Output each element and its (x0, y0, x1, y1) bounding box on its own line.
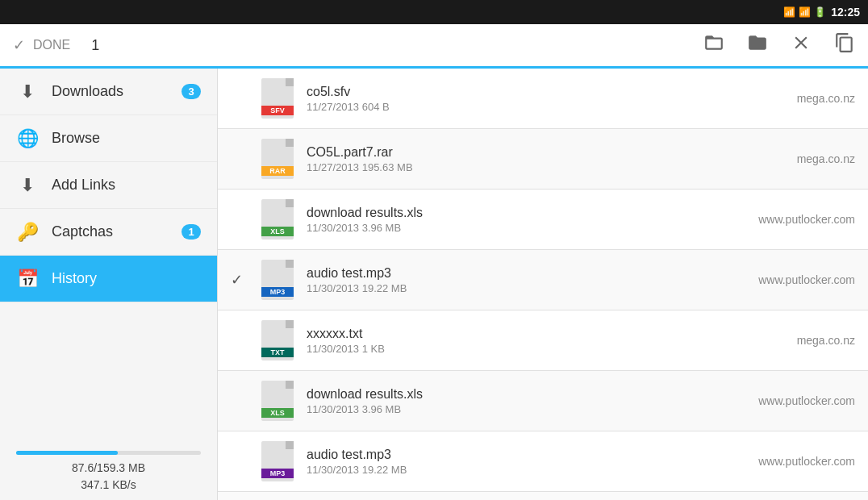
file-icon-wrap: MP3 (260, 440, 295, 482)
done-check-icon: ✓ (13, 36, 25, 54)
stats-line2: 347.1 KB/s (16, 477, 201, 494)
toolbar-count: 1 (91, 37, 99, 54)
file-row[interactable]: ✓MP3audio test.mp311/30/2013 19.22 MBwww… (218, 250, 868, 310)
file-meta: 11/30/2013 3.96 MB (307, 222, 750, 234)
file-info: download results.xls11/30/2013 3.96 MB (307, 206, 750, 234)
file-type-icon: XLS (261, 199, 294, 240)
file-meta: 11/27/2013 195.63 MB (307, 161, 789, 173)
file-meta: 11/30/2013 1 KB (307, 343, 789, 355)
file-info: CO5L.part7.rar11/27/2013 195.63 MB (307, 145, 789, 173)
wifi-icon: 📶 (783, 6, 795, 18)
sidebar-label-history: History (52, 270, 201, 287)
sidebar-label-downloads: Downloads (52, 83, 182, 100)
file-type-icon: RAR (261, 139, 294, 179)
progress-bar-wrap (16, 451, 201, 455)
file-check-icon: ✓ (231, 271, 253, 289)
toolbar-right (703, 32, 855, 58)
file-row[interactable]: TXTxxxxxx.txt11/30/2013 1 KBmega.co.nz (218, 310, 868, 371)
file-icon-wrap: RAR (260, 138, 295, 180)
file-name: CO5L.part7.rar (307, 145, 789, 160)
file-source: www.putlocker.com (758, 394, 855, 407)
file-source: www.putlocker.com (758, 273, 855, 286)
file-meta: 11/30/2013 19.22 MB (307, 464, 750, 476)
history-icon: 📅 (16, 269, 39, 290)
sidebar-item-browse[interactable]: 🌐 Browse (0, 115, 217, 162)
toolbar-left: ✓ DONE 1 (13, 36, 703, 54)
sidebar: ⬇ Downloads 3 🌐 Browse ⬇ Add Links 🔑 Cap… (0, 69, 218, 500)
file-icon-wrap: XLS (260, 380, 295, 422)
status-time: 12:25 (831, 6, 860, 19)
sidebar-item-downloads[interactable]: ⬇ Downloads 3 (0, 69, 217, 115)
stats-line1: 87.6/159.3 MB (16, 460, 201, 477)
file-row[interactable]: SFVco5l.sfv11/27/2013 604 Bmega.co.nz (218, 69, 868, 129)
file-icon-wrap: TXT (260, 319, 295, 361)
sidebar-label-browse: Browse (52, 130, 201, 147)
file-name: co5l.sfv (307, 85, 789, 99)
add-links-icon: ⬇ (16, 175, 39, 196)
captchas-badge: 1 (182, 224, 201, 240)
file-info: download results.xls11/30/2013 3.96 MB (307, 387, 750, 415)
file-type-icon: XLS (261, 381, 294, 421)
main-layout: ⬇ Downloads 3 🌐 Browse ⬇ Add Links 🔑 Cap… (0, 69, 868, 500)
captchas-icon: 🔑 (16, 222, 39, 243)
file-source: mega.co.nz (797, 334, 855, 347)
close-icon[interactable] (791, 32, 812, 58)
sidebar-label-captchas: Captchas (52, 223, 182, 240)
file-meta: 11/27/2013 604 B (307, 101, 789, 113)
file-meta: 11/30/2013 19.22 MB (307, 282, 750, 294)
file-source: mega.co.nz (797, 152, 855, 165)
file-name: download results.xls (307, 387, 750, 402)
file-name: audio test.mp3 (307, 448, 750, 462)
file-info: audio test.mp311/30/2013 19.22 MB (307, 266, 750, 294)
file-info: audio test.mp311/30/2013 19.22 MB (307, 448, 750, 476)
file-source: mega.co.nz (797, 92, 855, 105)
sidebar-item-history[interactable]: 📅 History (0, 256, 217, 302)
sidebar-label-add-links: Add Links (52, 177, 201, 194)
browse-icon: 🌐 (16, 128, 39, 149)
folder-open-icon[interactable] (703, 32, 724, 58)
file-name: download results.xls (307, 206, 750, 220)
folder-icon[interactable] (747, 32, 768, 58)
copy-icon[interactable] (834, 32, 855, 58)
file-icon-wrap: SFV (260, 77, 295, 119)
progress-bar-fill (16, 451, 118, 455)
file-type-icon: MP3 (261, 260, 294, 300)
sidebar-item-add-links[interactable]: ⬇ Add Links (0, 162, 217, 209)
file-source: www.putlocker.com (758, 455, 855, 468)
file-name: audio test.mp3 (307, 266, 750, 281)
file-meta: 11/30/2013 3.96 MB (307, 403, 750, 415)
downloads-icon: ⬇ (16, 81, 39, 102)
status-bar: 📶 📶 🔋 12:25 (0, 0, 868, 24)
status-icons: 📶 📶 🔋 (783, 6, 826, 18)
file-type-icon: SFV (261, 78, 294, 119)
file-list: SFVco5l.sfv11/27/2013 604 Bmega.co.nzRAR… (218, 69, 868, 500)
sidebar-item-captchas[interactable]: 🔑 Captchas 1 (0, 209, 217, 256)
file-source: www.putlocker.com (758, 213, 855, 226)
file-icon-wrap: MP3 (260, 259, 295, 301)
file-icon-wrap: XLS (260, 198, 295, 240)
file-type-icon: MP3 (261, 441, 294, 481)
sidebar-footer: 87.6/159.3 MB 347.1 KB/s (0, 443, 217, 500)
toolbar: ✓ DONE 1 (0, 24, 868, 69)
downloads-badge: 3 (182, 84, 201, 99)
file-name: xxxxxx.txt (307, 327, 789, 341)
file-row[interactable]: MP3audio test.mp311/30/2013 19.22 MBwww.… (218, 431, 868, 492)
signal-icon: 📶 (799, 6, 811, 18)
footer-stats: 87.6/159.3 MB 347.1 KB/s (16, 460, 201, 494)
file-row[interactable]: RARCO5L.part7.rar11/27/2013 195.63 MBmeg… (218, 129, 868, 190)
file-row[interactable]: XLSdownload results.xls11/30/2013 3.96 M… (218, 190, 868, 250)
file-row[interactable]: XLSdownload results.xls11/30/2013 3.96 M… (218, 371, 868, 431)
battery-icon: 🔋 (814, 6, 826, 18)
file-info: co5l.sfv11/27/2013 604 B (307, 85, 789, 113)
done-label[interactable]: DONE (33, 38, 70, 52)
file-type-icon: TXT (261, 320, 294, 360)
file-info: xxxxxx.txt11/30/2013 1 KB (307, 327, 789, 355)
